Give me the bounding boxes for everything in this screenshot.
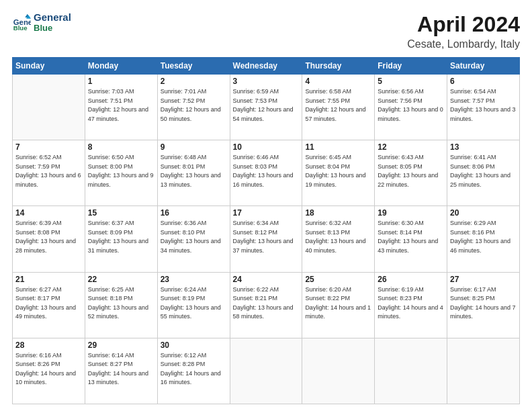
main-title: April 2024 [407, 12, 520, 37]
day-number: 27 [450, 275, 517, 284]
calendar-cell: 18Sunrise: 6:32 AMSunset: 8:13 PMDayligh… [302, 206, 375, 272]
day-number: 2 [161, 77, 227, 86]
daylight-label: Daylight: 12 hours and 54 minutes. [233, 106, 294, 122]
sunset-label: Sunset: 7:59 PM [15, 163, 60, 170]
sunrise-label: Sunrise: 6:36 AM [161, 220, 207, 226]
day-info: Sunrise: 6:37 AMSunset: 8:09 PMDaylight:… [88, 219, 154, 255]
daylight-label: Daylight: 13 hours and 6 minutes. [15, 172, 81, 188]
daylight-label: Daylight: 12 hours and 50 minutes. [161, 106, 221, 122]
day-info: Sunrise: 6:43 AMSunset: 8:05 PMDaylight:… [378, 153, 444, 189]
sunrise-label: Sunrise: 6:45 AM [305, 154, 351, 161]
day-number: 20 [450, 208, 517, 218]
sunset-label: Sunset: 8:21 PM [233, 295, 278, 302]
day-number: 24 [233, 275, 300, 284]
sunrise-label: Sunrise: 6:12 AM [161, 352, 207, 359]
day-number: 12 [378, 142, 444, 152]
day-info: Sunrise: 6:12 AMSunset: 8:28 PMDaylight:… [161, 351, 227, 387]
daylight-label: Daylight: 13 hours and 31 minutes. [88, 238, 148, 254]
day-info: Sunrise: 6:52 AMSunset: 7:59 PMDaylight:… [15, 153, 82, 189]
sunset-label: Sunset: 8:00 PM [88, 163, 133, 170]
day-info: Sunrise: 6:56 AMSunset: 7:56 PMDaylight:… [378, 87, 444, 124]
day-info: Sunrise: 6:46 AMSunset: 8:03 PMDaylight:… [233, 153, 300, 189]
sunrise-label: Sunrise: 6:46 AM [233, 154, 279, 161]
day-number: 17 [233, 208, 300, 218]
sunrise-label: Sunrise: 6:56 AM [378, 88, 424, 95]
calendar-week-5: 28Sunrise: 6:16 AMSunset: 8:26 PMDayligh… [13, 338, 520, 404]
sunset-label: Sunset: 7:53 PM [233, 97, 278, 104]
calendar-cell: 2Sunrise: 7:01 AMSunset: 7:52 PMDaylight… [157, 75, 230, 140]
day-number: 10 [233, 142, 300, 152]
sunrise-label: Sunrise: 6:14 AM [88, 352, 134, 359]
day-number: 8 [88, 142, 154, 152]
daylight-label: Daylight: 14 hours and 4 minutes. [378, 304, 443, 320]
calendar-cell: 8Sunrise: 6:50 AMSunset: 8:00 PMDaylight… [85, 140, 157, 206]
day-number: 7 [15, 142, 82, 152]
calendar-weekday-thursday: Thursday [302, 58, 375, 75]
sunset-label: Sunset: 8:27 PM [88, 361, 133, 367]
daylight-label: Daylight: 13 hours and 9 minutes. [88, 172, 154, 188]
sunset-label: Sunset: 7:52 PM [161, 97, 206, 104]
calendar-cell: 26Sunrise: 6:19 AMSunset: 8:23 PMDayligh… [375, 272, 447, 338]
day-info: Sunrise: 6:22 AMSunset: 8:21 PMDaylight:… [233, 285, 300, 322]
sunrise-label: Sunrise: 6:52 AM [15, 154, 62, 161]
sunrise-label: Sunrise: 6:37 AM [88, 220, 134, 226]
day-number: 28 [15, 340, 82, 350]
calendar-cell: 29Sunrise: 6:14 AMSunset: 8:27 PMDayligh… [85, 338, 157, 404]
daylight-label: Daylight: 13 hours and 43 minutes. [378, 238, 438, 254]
sunset-label: Sunset: 8:04 PM [305, 163, 350, 170]
calendar-week-4: 21Sunrise: 6:27 AMSunset: 8:17 PMDayligh… [13, 272, 520, 338]
day-number: 29 [88, 340, 154, 350]
sunset-label: Sunset: 7:56 PM [378, 97, 423, 104]
sunrise-label: Sunrise: 6:22 AM [233, 286, 279, 293]
calendar-cell: 14Sunrise: 6:39 AMSunset: 8:08 PMDayligh… [13, 206, 85, 272]
calendar-week-1: 1Sunrise: 7:03 AMSunset: 7:51 PMDaylight… [13, 75, 520, 140]
daylight-label: Daylight: 13 hours and 37 minutes. [233, 238, 294, 254]
day-info: Sunrise: 6:27 AMSunset: 8:17 PMDaylight:… [15, 285, 82, 322]
sunset-label: Sunset: 8:08 PM [15, 229, 60, 236]
sunset-label: Sunset: 7:57 PM [450, 97, 495, 104]
sunrise-label: Sunrise: 6:48 AM [161, 154, 207, 161]
day-info: Sunrise: 6:29 AMSunset: 8:16 PMDaylight:… [450, 219, 517, 255]
day-info: Sunrise: 6:16 AMSunset: 8:26 PMDaylight:… [15, 351, 82, 387]
sunrise-label: Sunrise: 6:59 AM [233, 88, 279, 95]
daylight-label: Daylight: 13 hours and 34 minutes. [161, 238, 221, 254]
sunrise-label: Sunrise: 6:54 AM [450, 88, 496, 95]
sunset-label: Sunset: 8:06 PM [450, 163, 495, 170]
daylight-label: Daylight: 12 hours and 57 minutes. [305, 106, 365, 122]
calendar-cell: 16Sunrise: 6:36 AMSunset: 8:10 PMDayligh… [157, 206, 230, 272]
day-info: Sunrise: 6:59 AMSunset: 7:53 PMDaylight:… [233, 87, 300, 124]
calendar-table: SundayMondayTuesdayWednesdayThursdayFrid… [12, 57, 520, 404]
calendar-cell: 1Sunrise: 7:03 AMSunset: 7:51 PMDaylight… [85, 75, 157, 140]
calendar-cell: 21Sunrise: 6:27 AMSunset: 8:17 PMDayligh… [13, 272, 85, 338]
calendar-cell: 15Sunrise: 6:37 AMSunset: 8:09 PMDayligh… [85, 206, 157, 272]
calendar-weekday-sunday: Sunday [13, 58, 85, 75]
calendar-cell: 23Sunrise: 6:24 AMSunset: 8:19 PMDayligh… [157, 272, 230, 338]
day-info: Sunrise: 6:20 AMSunset: 8:22 PMDaylight:… [305, 285, 371, 322]
day-info: Sunrise: 6:48 AMSunset: 8:01 PMDaylight:… [161, 153, 227, 189]
header: General Blue General Blue April 2024 Ces… [12, 12, 520, 50]
day-info: Sunrise: 6:50 AMSunset: 8:00 PMDaylight:… [88, 153, 154, 189]
sunrise-label: Sunrise: 6:58 AM [305, 88, 351, 95]
sunset-label: Sunset: 7:55 PM [305, 97, 350, 104]
calendar-week-3: 14Sunrise: 6:39 AMSunset: 8:08 PMDayligh… [13, 206, 520, 272]
calendar-cell: 6Sunrise: 6:54 AMSunset: 7:57 PMDaylight… [447, 75, 520, 140]
daylight-label: Daylight: 14 hours and 16 minutes. [161, 370, 221, 386]
daylight-label: Daylight: 13 hours and 49 minutes. [15, 304, 76, 320]
day-number: 30 [161, 340, 227, 350]
daylight-label: Daylight: 13 hours and 25 minutes. [450, 172, 511, 188]
daylight-label: Daylight: 13 hours and 28 minutes. [15, 238, 76, 254]
calendar-cell: 20Sunrise: 6:29 AMSunset: 8:16 PMDayligh… [447, 206, 520, 272]
sunset-label: Sunset: 8:22 PM [305, 295, 350, 302]
day-info: Sunrise: 6:32 AMSunset: 8:13 PMDaylight:… [305, 219, 371, 255]
day-info: Sunrise: 6:17 AMSunset: 8:25 PMDaylight:… [450, 285, 517, 322]
sunrise-label: Sunrise: 6:20 AM [305, 286, 351, 293]
day-number: 5 [378, 77, 444, 86]
calendar-cell: 17Sunrise: 6:34 AMSunset: 8:12 PMDayligh… [230, 206, 302, 272]
daylight-label: Daylight: 13 hours and 22 minutes. [378, 172, 438, 188]
daylight-label: Daylight: 14 hours and 13 minutes. [88, 370, 148, 386]
calendar-cell [13, 75, 85, 140]
day-info: Sunrise: 6:41 AMSunset: 8:06 PMDaylight:… [450, 153, 517, 189]
title-block: April 2024 Cesate, Lombardy, Italy [407, 12, 520, 50]
daylight-label: Daylight: 14 hours and 7 minutes. [450, 304, 516, 320]
sunrise-label: Sunrise: 6:50 AM [88, 154, 134, 161]
